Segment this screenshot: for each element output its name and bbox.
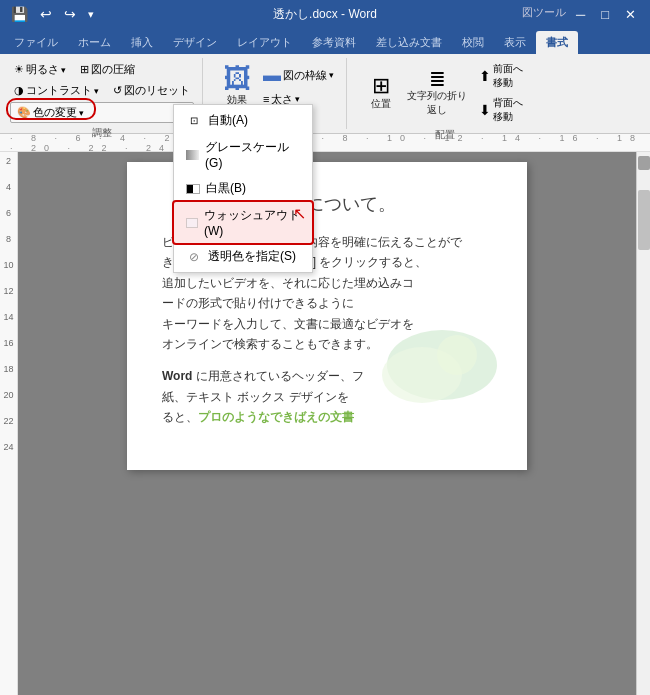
move-tools: ⬆ 前面へ移動 ⬇ 背面へ移動: [475, 60, 527, 126]
tab-layout[interactable]: レイアウト: [227, 31, 302, 54]
watermark-svg: [377, 320, 507, 410]
paragraph-2-bold: Word: [162, 369, 192, 383]
effect-button[interactable]: 🖼 効果: [219, 63, 255, 109]
dropdown-grayscale-label: グレースケール(G): [205, 139, 300, 170]
scroll-thumb[interactable]: [638, 190, 650, 250]
redo-icon[interactable]: ↪: [61, 4, 79, 24]
border-label: 図の枠線: [283, 68, 327, 83]
washout-icon: [186, 218, 198, 228]
effect-icon: 🖼: [223, 65, 251, 93]
brightness-button[interactable]: ☀ 明るさ ▾: [10, 60, 70, 79]
text-wrap-button[interactable]: ≣ 文字列の折り返し: [403, 67, 471, 119]
ribbon-tabs: ファイル ホーム 挿入 デザイン レイアウト 参考資料 差し込み文書 校閲 表示…: [0, 28, 650, 54]
compress-button[interactable]: ⊞ 図の圧縮: [76, 60, 139, 79]
send-back-label: 背面へ移動: [493, 96, 523, 124]
dropdown-transparent-label: 透明色を指定(S): [208, 248, 296, 265]
position-icon: ⊞: [372, 75, 390, 97]
border-button[interactable]: ▬ 図の枠線 ▾: [259, 63, 338, 88]
contrast-button[interactable]: ◑ コントラスト ▾: [10, 81, 103, 100]
dropdown-grayscale[interactable]: グレースケール(G): [174, 134, 312, 175]
arrangement-group: ⊞ 位置 ≣ 文字列の折り返し ⬆ 前面へ移動 ⬇ 背面へ移動 配置: [355, 58, 535, 129]
vertical-scrollbar[interactable]: [636, 152, 650, 695]
border-arrow: ▾: [329, 70, 334, 80]
color-change-label: 色の変更: [33, 105, 77, 120]
quickaccess-icon[interactable]: ▾: [85, 6, 97, 23]
position-button[interactable]: ⊞ 位置: [363, 73, 399, 113]
reset-icon: ↺: [113, 84, 122, 97]
dropdown-blackwhite[interactable]: 白黒(B): [174, 175, 312, 202]
compress-icon: ⊞: [80, 63, 89, 76]
reset-button[interactable]: ↺ 図のリセット: [109, 81, 194, 100]
bring-forward-button[interactable]: ⬆ 前面へ移動: [475, 60, 527, 92]
document-scroll-area: Word について。 ビデオを使うと、伝えたい内容を明確に伝えることがで きます…: [18, 152, 636, 695]
ruler-vertical: 2 4 6 8 10 12 14 16 18 20 22 24: [0, 152, 18, 695]
tab-references[interactable]: 参考資料: [302, 31, 366, 54]
close-button[interactable]: ✕: [619, 5, 642, 24]
window-title: 透かし.docx - Word: [273, 6, 377, 23]
dropdown-transparent[interactable]: ⊘ 透明色を指定(S): [174, 243, 312, 270]
auto-color-icon: ⊡: [186, 113, 202, 129]
border-icon: ▬: [263, 65, 281, 86]
bring-forward-label: 前面へ移動: [493, 62, 523, 90]
svg-point-2: [437, 335, 477, 375]
color-dropdown-menu: ⊡ 自動(A) グレースケール(G) 白黒(B) ウォッシュアウト(W) ↖: [173, 104, 313, 273]
transparent-icon: ⊘: [186, 249, 202, 265]
tab-insert[interactable]: 挿入: [121, 31, 163, 54]
ribbon-content: ☀ 明るさ ▾ ⊞ 図の圧縮 ◑ コントラスト ▾ ↺ 図のリセット: [0, 54, 650, 134]
tab-review[interactable]: 校閲: [452, 31, 494, 54]
send-back-button[interactable]: ⬇ 背面へ移動: [475, 94, 527, 126]
brightness-icon: ☀: [14, 63, 24, 76]
contrast-icon: ◑: [14, 84, 24, 97]
color-change-icon: 🎨: [17, 106, 31, 119]
dropdown-washout[interactable]: ウォッシュアウト(W) ↖: [174, 202, 312, 243]
color-change-button[interactable]: 🎨 色の変更 ▾: [10, 102, 194, 123]
dropdown-auto[interactable]: ⊡ 自動(A): [174, 107, 312, 134]
thickness-arrow: ▾: [295, 94, 300, 104]
highlight-phrase: プロのようなできばえの文書: [198, 410, 354, 424]
title-bar: 💾 ↩ ↪ ▾ 透かし.docx - Word 図ツール ─ □ ✕: [0, 0, 650, 28]
dropdown-auto-label: 自動(A): [208, 112, 248, 129]
border-tools: ▬ 図の枠線 ▾ ≡ 太さ ▾: [259, 63, 338, 109]
scroll-up-button[interactable]: [638, 156, 650, 170]
ruler-horizontal: · 8 · 6 · 4 · 2 2 · 4 · 6 · 8 · 10 · 12 …: [0, 134, 650, 152]
text-wrap-label: 文字列の折り返し: [407, 89, 467, 117]
bring-forward-icon: ⬆: [479, 68, 491, 84]
picture-tools-label: 図ツール: [522, 5, 566, 24]
tab-home[interactable]: ホーム: [68, 31, 121, 54]
position-label: 位置: [371, 97, 391, 111]
brightness-label: 明るさ: [26, 62, 59, 77]
color-change-container: 🎨 色の変更 ▾: [10, 102, 194, 123]
minimize-button[interactable]: ─: [570, 5, 591, 24]
contrast-arrow: ▾: [94, 86, 99, 96]
blackwhite-icon: [186, 184, 200, 194]
color-change-arrow: ▾: [79, 108, 84, 118]
ruler-marks: · 8 · 6 · 4 · 2 2 · 4 · 6 · 8 · 10 · 12 …: [10, 134, 650, 152]
title-bar-left: 💾 ↩ ↪ ▾: [8, 4, 97, 24]
title-bar-controls: 図ツール ─ □ ✕: [522, 5, 642, 24]
document-area: 2 4 6 8 10 12 14 16 18 20 22 24 Word につい…: [0, 152, 650, 695]
tab-file[interactable]: ファイル: [4, 31, 68, 54]
contrast-label: コントラスト: [26, 83, 92, 98]
compress-label: 図の圧縮: [91, 62, 135, 77]
grayscale-icon: [186, 150, 199, 160]
brightness-arrow: ▾: [61, 65, 66, 75]
tab-format[interactable]: 書式: [536, 31, 578, 54]
undo-icon[interactable]: ↩: [37, 4, 55, 24]
send-back-icon: ⬇: [479, 102, 491, 118]
save-icon[interactable]: 💾: [8, 4, 31, 24]
text-wrap-icon: ≣: [429, 69, 446, 89]
dropdown-washout-label: ウォッシュアウト(W): [204, 207, 300, 238]
reset-label: 図のリセット: [124, 83, 190, 98]
maximize-button[interactable]: □: [595, 5, 615, 24]
cursor-icon: ↖: [293, 204, 306, 223]
tab-mailings[interactable]: 差し込み文書: [366, 31, 452, 54]
tab-view[interactable]: 表示: [494, 31, 536, 54]
tab-design[interactable]: デザイン: [163, 31, 227, 54]
dropdown-blackwhite-label: 白黒(B): [206, 180, 246, 197]
